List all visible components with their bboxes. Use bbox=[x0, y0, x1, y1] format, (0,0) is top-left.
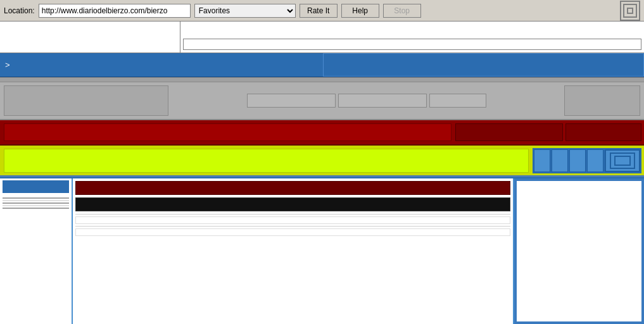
yellow-btn-2[interactable] bbox=[552, 149, 568, 172]
blue-nav-left: > bbox=[0, 53, 323, 77]
gray-nav-mid-panel bbox=[172, 94, 560, 108]
nav-arrow: > bbox=[5, 60, 10, 70]
yellow-btn-5[interactable] bbox=[605, 149, 640, 172]
sidebar-line-5 bbox=[3, 208, 69, 209]
content-line-1 bbox=[75, 214, 510, 215]
logo-inner bbox=[623, 4, 637, 18]
yellow-btn-3[interactable] bbox=[569, 149, 586, 172]
favorites-dropdown[interactable]: Favorites bbox=[194, 4, 296, 18]
sidebar-line-2 bbox=[3, 200, 69, 201]
inner-square-2 bbox=[614, 156, 631, 166]
gray-nav-btn-2[interactable] bbox=[338, 94, 427, 108]
yellow-btn-4[interactable] bbox=[587, 149, 603, 172]
gray-separator bbox=[0, 77, 644, 82]
content-thin-bar-1 bbox=[75, 216, 510, 224]
right-inner-panel bbox=[517, 181, 641, 321]
content-area: > bbox=[0, 22, 644, 324]
main-content-panel bbox=[73, 178, 514, 324]
location-label: Location: bbox=[4, 6, 35, 15]
logo-box bbox=[620, 1, 640, 21]
top-section bbox=[0, 22, 644, 53]
left-sidebar bbox=[0, 178, 73, 324]
sidebar-lines bbox=[0, 195, 72, 211]
blue-nav-right bbox=[323, 53, 644, 77]
content-thin-bar-2 bbox=[75, 228, 510, 236]
top-search-area bbox=[180, 22, 644, 53]
gray-nav-btn-3[interactable] bbox=[429, 94, 486, 108]
yellow-right-group bbox=[533, 148, 641, 173]
gray-nav-btn-1[interactable] bbox=[247, 94, 336, 108]
inner-square bbox=[610, 153, 635, 169]
gray-nav-left-panel bbox=[4, 85, 168, 116]
sidebar-line-1 bbox=[3, 197, 69, 199]
stop-button[interactable]: Stop bbox=[383, 4, 421, 18]
gray-nav-section bbox=[0, 82, 644, 120]
toolbar: Location: Favorites Rate It Help Stop bbox=[0, 0, 644, 22]
search-bar[interactable] bbox=[183, 39, 641, 50]
darkred-btn-2[interactable] bbox=[565, 123, 641, 141]
rate-it-button[interactable]: Rate It bbox=[300, 4, 338, 18]
yellow-main-bar bbox=[4, 149, 529, 173]
gray-nav-buttons bbox=[247, 94, 486, 108]
lower-section bbox=[0, 177, 644, 324]
darkred-right-group bbox=[455, 123, 641, 141]
content-line-2 bbox=[75, 226, 510, 227]
darkred-btn-1[interactable] bbox=[455, 123, 563, 141]
help-button[interactable]: Help bbox=[341, 4, 379, 18]
sidebar-line-3 bbox=[3, 202, 69, 204]
content-black-bar bbox=[75, 197, 510, 211]
location-input[interactable] bbox=[39, 4, 191, 18]
yellow-banner bbox=[0, 146, 644, 177]
gray-nav-right-panel bbox=[564, 85, 640, 116]
right-sidebar bbox=[514, 178, 644, 324]
content-darkred-bar bbox=[75, 181, 510, 195]
sidebar-line-4 bbox=[3, 205, 69, 206]
sidebar-blue-button[interactable] bbox=[3, 180, 69, 193]
logo-core bbox=[627, 8, 633, 14]
blue-nav-section: > bbox=[0, 53, 644, 77]
top-left-panel bbox=[0, 22, 180, 53]
yellow-btn-1[interactable] bbox=[534, 149, 550, 172]
darkred-section bbox=[0, 120, 644, 146]
darkred-main-bar bbox=[4, 123, 451, 141]
